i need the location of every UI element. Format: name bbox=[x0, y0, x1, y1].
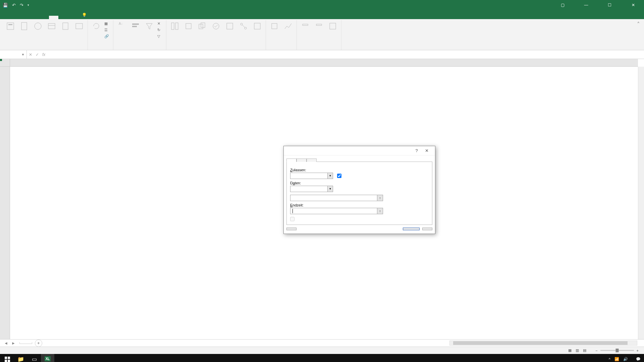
tab-pagelayout[interactable] bbox=[30, 16, 40, 19]
name-box[interactable]: ▼ bbox=[0, 50, 27, 59]
tab-formulas[interactable] bbox=[40, 16, 49, 19]
notifications-icon[interactable]: 💬 bbox=[636, 357, 641, 361]
edit-links-button[interactable]: 🔗 bbox=[104, 34, 110, 39]
dialog-help-icon[interactable]: ? bbox=[412, 148, 422, 153]
svg-rect-21 bbox=[254, 23, 260, 29]
allow-select[interactable]: ▼ bbox=[290, 173, 333, 179]
column-headers[interactable] bbox=[10, 59, 638, 67]
sheet-nav-prev-icon[interactable]: ◄ bbox=[4, 341, 8, 346]
from-table-button[interactable] bbox=[45, 20, 58, 33]
svg-rect-25 bbox=[330, 23, 336, 29]
tab-home[interactable] bbox=[11, 16, 21, 19]
svg-rect-24 bbox=[316, 24, 322, 25]
minimize-icon[interactable]: — bbox=[579, 3, 594, 7]
refresh-all-button[interactable] bbox=[90, 20, 103, 33]
properties-button[interactable]: ☰ bbox=[104, 27, 110, 33]
page-break-view-icon[interactable]: ▤ bbox=[583, 348, 586, 353]
svg-rect-28 bbox=[5, 360, 7, 362]
save-icon[interactable]: 💾 bbox=[3, 3, 8, 8]
svg-rect-7 bbox=[76, 23, 83, 29]
task-view-icon[interactable]: ▭ bbox=[28, 354, 41, 362]
volume-icon[interactable]: 🔊 bbox=[623, 357, 628, 361]
start-button[interactable] bbox=[1, 354, 14, 362]
queries-connections-button[interactable]: ▦ bbox=[104, 21, 110, 26]
sort-az-button[interactable]: A↓ bbox=[115, 20, 128, 27]
cancel-formula-icon[interactable]: ✕ bbox=[29, 52, 32, 57]
whatif-button[interactable] bbox=[268, 20, 281, 33]
svg-rect-26 bbox=[5, 357, 7, 359]
from-web-button[interactable] bbox=[32, 20, 44, 33]
zoom-out-icon[interactable]: − bbox=[595, 349, 597, 353]
consolidate-button[interactable] bbox=[223, 20, 236, 33]
ungroup-button[interactable] bbox=[313, 20, 325, 33]
svg-rect-1 bbox=[8, 24, 12, 25]
sheet-tab[interactable] bbox=[19, 342, 32, 344]
dialog-tab-settings[interactable] bbox=[286, 159, 297, 162]
ribbon-options-icon[interactable]: ▢ bbox=[555, 3, 570, 7]
tab-data[interactable] bbox=[49, 16, 58, 19]
excel-taskbar-icon[interactable]: XⅬ bbox=[41, 354, 54, 362]
tray-chevron-icon[interactable]: ^ bbox=[609, 357, 610, 361]
existing-connections-button[interactable] bbox=[73, 20, 86, 33]
dialog-close-icon[interactable]: ✕ bbox=[422, 148, 432, 153]
collapse-ribbon-icon[interactable]: ^ bbox=[635, 20, 642, 50]
ribbon: ▦ ☰ 🔗 A↓ ✕ ↻ ▽ bbox=[0, 19, 644, 50]
data-model-button[interactable] bbox=[251, 20, 264, 33]
sort-button[interactable] bbox=[129, 20, 142, 33]
network-icon[interactable]: 📶 bbox=[614, 357, 619, 361]
tab-file[interactable] bbox=[2, 16, 11, 19]
data-select[interactable]: ▼ bbox=[290, 186, 333, 192]
enter-formula-icon[interactable]: ✓ bbox=[36, 52, 39, 57]
flash-fill-button[interactable] bbox=[182, 20, 195, 33]
select-all-corner[interactable] bbox=[0, 59, 10, 67]
maximize-icon[interactable]: ☐ bbox=[602, 3, 617, 7]
undo-icon[interactable]: ↶ bbox=[12, 3, 16, 8]
vertical-scrollbar[interactable] bbox=[638, 67, 644, 339]
forecast-sheet-button[interactable] bbox=[282, 20, 294, 33]
add-sheet-button[interactable]: + bbox=[35, 340, 42, 347]
close-icon[interactable]: ✕ bbox=[626, 3, 641, 7]
svg-rect-27 bbox=[8, 357, 10, 359]
remove-duplicates-button[interactable] bbox=[196, 20, 209, 33]
ignore-blank-checkbox[interactable] bbox=[337, 174, 343, 178]
get-data-button[interactable] bbox=[4, 20, 17, 33]
end-time-ref-icon[interactable]: ↑ bbox=[377, 208, 383, 214]
svg-text:A↓: A↓ bbox=[119, 22, 123, 25]
redo-icon[interactable]: ↷ bbox=[20, 3, 23, 8]
tab-insert[interactable] bbox=[21, 16, 30, 19]
sheet-nav-next-icon[interactable]: ► bbox=[11, 341, 15, 346]
svg-rect-0 bbox=[7, 23, 14, 29]
text-to-columns-button[interactable] bbox=[168, 20, 181, 33]
start-time-ref-icon[interactable]: ↑ bbox=[377, 195, 383, 201]
start-time-input[interactable] bbox=[290, 195, 377, 201]
filter-button[interactable] bbox=[143, 20, 156, 33]
from-text-csv-button[interactable] bbox=[18, 20, 31, 33]
qat-customize-icon[interactable]: ▾ bbox=[28, 3, 29, 7]
tell-me-search[interactable]: 💡 bbox=[77, 11, 94, 19]
dialog-tab-input-message[interactable] bbox=[297, 159, 307, 162]
ok-button[interactable] bbox=[403, 228, 420, 230]
relationships-button[interactable] bbox=[237, 20, 250, 33]
tab-review[interactable] bbox=[58, 16, 68, 19]
horizontal-scrollbar[interactable] bbox=[449, 341, 637, 346]
file-explorer-icon[interactable]: 📁 bbox=[14, 354, 28, 362]
page-layout-view-icon[interactable]: ▥ bbox=[576, 348, 579, 353]
fx-icon[interactable]: fx bbox=[42, 52, 45, 57]
data-validation-button[interactable] bbox=[210, 20, 222, 33]
recent-sources-button[interactable] bbox=[59, 20, 72, 33]
search-icon: 💡 bbox=[82, 13, 87, 17]
group-button[interactable] bbox=[299, 20, 312, 33]
zoom-in-icon[interactable]: + bbox=[637, 349, 639, 353]
row-headers[interactable] bbox=[0, 67, 10, 339]
end-time-input[interactable] bbox=[290, 208, 377, 214]
dialog-tab-error-alert[interactable] bbox=[307, 159, 317, 162]
zoom-slider[interactable] bbox=[600, 350, 634, 351]
normal-view-icon[interactable]: ▦ bbox=[568, 348, 572, 353]
reapply-button[interactable]: ↻ bbox=[157, 27, 163, 33]
tab-view[interactable] bbox=[68, 16, 77, 19]
cancel-button[interactable] bbox=[422, 228, 432, 230]
clear-all-button[interactable] bbox=[286, 228, 297, 230]
clear-filter-button[interactable]: ✕ bbox=[157, 21, 163, 26]
advanced-filter-button[interactable]: ▽ bbox=[157, 34, 163, 39]
subtotal-button[interactable] bbox=[326, 20, 339, 33]
